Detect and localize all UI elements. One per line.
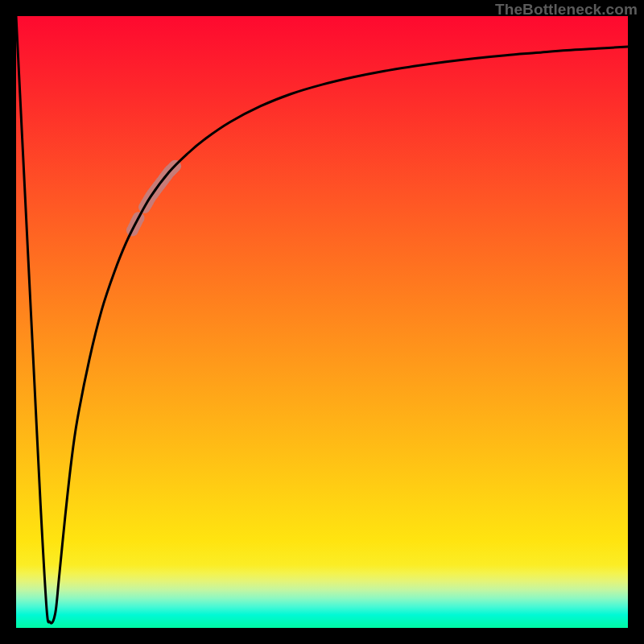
chart-stage: TheBottleneck.com (0, 0, 644, 644)
frame-bottom (0, 628, 644, 644)
watermark-text: TheBottleneck.com (495, 1, 638, 19)
frame-right (628, 0, 644, 644)
gradient-background (16, 16, 628, 628)
chart-svg (16, 16, 628, 628)
plot-area (16, 16, 628, 628)
frame-left (0, 0, 16, 644)
